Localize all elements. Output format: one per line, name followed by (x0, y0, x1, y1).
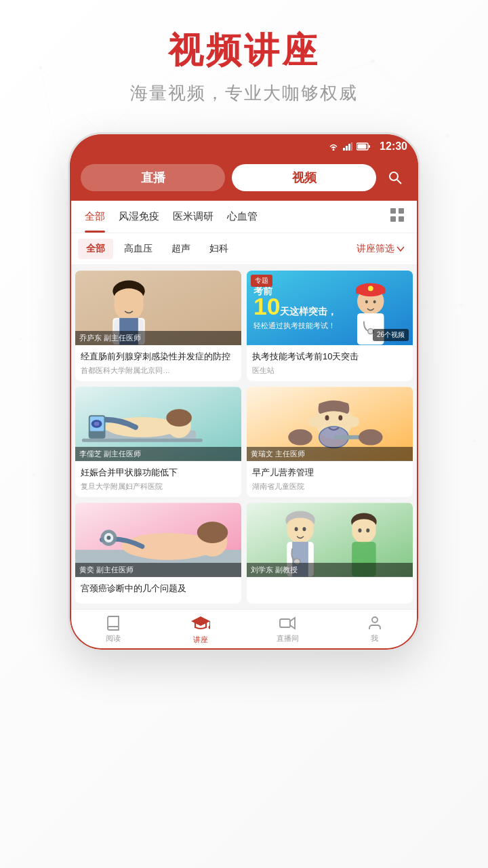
svg-point-52 (373, 300, 376, 304)
tab-video[interactable]: 视频 (232, 164, 376, 191)
svg-point-64 (166, 409, 192, 427)
svg-line-8 (41, 68, 102, 136)
video-info-5: 宫颈癌诊断中的几个问题及 (75, 577, 241, 603)
cat-tab-survey[interactable]: 医米调研 (166, 201, 220, 233)
lecture-icon (191, 614, 210, 633)
svg-point-85 (197, 522, 228, 544)
video-thumb-2: 考前 10 天这样突击， 轻松通过执考技能考试！ 专题 26个视频 (247, 271, 413, 345)
svg-rect-27 (358, 144, 367, 149)
video-card-2[interactable]: 考前 10 天这样突击， 轻松通过执考技能考试！ 专题 26个视频 执考技能考试… (247, 271, 413, 381)
video-info-3: 妊娠合并甲状腺功能低下 复旦大学附属妇产科医院 (75, 461, 241, 497)
svg-rect-109 (280, 619, 290, 627)
svg-point-16 (460, 304, 463, 307)
svg-point-15 (19, 338, 22, 341)
video-info-1: 经直肠前列腺穿刺感染性并发症的防控 首都医科大学附属北京同… (75, 345, 241, 381)
video-card-4[interactable]: 黄瑞文 主任医师 早产儿营养管理 湖南省儿童医院 (247, 387, 413, 497)
cat-tab-cardio[interactable]: 心血管 (220, 201, 264, 233)
svg-point-72 (325, 415, 329, 420)
doctor-label-4: 黄瑞文 主任医师 (247, 447, 413, 461)
video-title-3: 妊娠合并甲状腺功能低下 (81, 467, 236, 479)
video-card-5[interactable]: 黄奕 副主任医师 宫颈癌诊断中的几个问题及 (75, 502, 241, 603)
search-button[interactable] (383, 165, 407, 190)
phone-frame: 12:30 直播 视频 全部 风湿免疫 医米调研 心血管 (68, 132, 420, 652)
filter-button[interactable]: 讲座筛选 (351, 240, 410, 258)
svg-point-0 (39, 66, 43, 70)
video-card-3[interactable]: 李儒芝 副主任医师 妊娠合并甲状腺功能低下 复旦大学附属妇产科医院 (75, 387, 241, 497)
svg-text:天这样突击，: 天这样突击， (279, 306, 337, 317)
doctor-label-1: 乔庐东 副主任医师 (75, 331, 241, 345)
nav-item-read[interactable]: 阅读 (70, 615, 157, 644)
book-icon (105, 615, 121, 631)
video-title-2: 执考技能考试考前10天突击 (252, 351, 407, 363)
svg-point-18 (473, 439, 476, 443)
svg-point-68 (94, 422, 100, 426)
video-source-4: 湖南省儿童医院 (252, 481, 407, 492)
badge-count-2: 26个视频 (373, 329, 409, 341)
video-title-4: 早产儿营养管理 (252, 467, 407, 479)
cat-tab-rheum[interactable]: 风湿免疫 (112, 201, 166, 233)
svg-point-79 (359, 429, 383, 446)
status-icons: 12:30 (328, 140, 407, 153)
svg-marker-106 (191, 616, 210, 626)
svg-point-105 (366, 529, 369, 533)
video-card-6[interactable]: 刘学东 副教授 (247, 502, 413, 603)
svg-point-43 (114, 288, 143, 307)
svg-rect-30 (390, 208, 396, 214)
doctor-label-6: 刘学东 副教授 (247, 563, 413, 577)
video-title-1: 经直肠前列腺穿刺感染性并发症的防控 (81, 351, 236, 363)
sub-category-tabs: 全部 高血压 超声 妇科 讲座筛选 (70, 233, 418, 265)
svg-point-96 (287, 518, 314, 534)
bottom-nav: 阅读 讲座 直播间 我 (70, 609, 418, 650)
svg-point-5 (445, 134, 449, 138)
svg-point-78 (288, 429, 312, 446)
top-nav: 直播 视频 (70, 159, 418, 201)
sub-tab-hyper[interactable]: 高血压 (116, 239, 161, 259)
page-header: 视频讲座 海量视频，专业大咖够权威 (130, 0, 358, 119)
nav-item-me[interactable]: 我 (331, 615, 419, 644)
cat-more-button[interactable] (384, 202, 410, 231)
sub-tab-ultra[interactable]: 超声 (163, 239, 199, 259)
svg-rect-61 (82, 439, 203, 442)
sub-tab-gyn[interactable]: 妇科 (201, 239, 237, 259)
video-source-1: 首都医科大学附属北京同… (81, 366, 236, 376)
nav-item-lecture[interactable]: 讲座 (157, 614, 245, 645)
svg-rect-24 (351, 142, 352, 151)
video-thumb-1: 乔庐东 副主任医师 (75, 271, 241, 345)
status-time: 12:30 (380, 140, 407, 153)
svg-rect-31 (399, 208, 404, 214)
video-icon (279, 615, 296, 631)
svg-point-17 (33, 473, 36, 477)
svg-rect-32 (390, 216, 396, 222)
svg-point-111 (372, 617, 378, 623)
cat-tab-all[interactable]: 全部 (78, 201, 112, 233)
sub-tab-all[interactable]: 全部 (78, 239, 113, 259)
svg-marker-110 (290, 618, 295, 629)
user-icon (367, 615, 383, 631)
svg-text:轻松通过执考技能考试！: 轻松通过执考技能考试！ (253, 321, 336, 330)
svg-point-4 (371, 59, 375, 63)
svg-point-103 (352, 519, 376, 534)
svg-point-97 (295, 528, 298, 532)
svg-point-20 (333, 149, 335, 151)
nav-label-read: 阅读 (106, 633, 121, 644)
svg-point-74 (308, 416, 319, 427)
doctor-label-5: 黄奕 副主任医师 (75, 563, 241, 577)
video-title-5: 宫颈癌诊断中的几个问题及 (81, 583, 236, 595)
video-source-2: 医生站 (252, 366, 407, 376)
svg-line-13 (41, 68, 68, 203)
battery-icon (357, 142, 370, 151)
content-area: 乔庐东 副主任医师 经直肠前列腺穿刺感染性并发症的防控 首都医科大学附属北京同… (70, 265, 418, 609)
svg-point-73 (338, 415, 342, 420)
svg-point-98 (302, 528, 306, 532)
signal-icon (343, 142, 352, 151)
wifi-icon (328, 142, 339, 151)
status-bar: 12:30 (70, 134, 418, 159)
video-card-1[interactable]: 乔庐东 副主任医师 经直肠前列腺穿刺感染性并发症的防控 首都医科大学附属北京同… (75, 271, 241, 381)
svg-point-104 (358, 529, 361, 533)
video-thumb-6: 刘学东 副教授 (247, 502, 413, 577)
video-thumb-4: 黄瑞文 主任医师 (247, 387, 413, 461)
video-source-3: 复旦大学附属妇产科医院 (81, 481, 236, 492)
nav-item-live[interactable]: 直播间 (244, 615, 331, 644)
svg-line-29 (397, 180, 401, 184)
tab-live[interactable]: 直播 (81, 164, 225, 191)
